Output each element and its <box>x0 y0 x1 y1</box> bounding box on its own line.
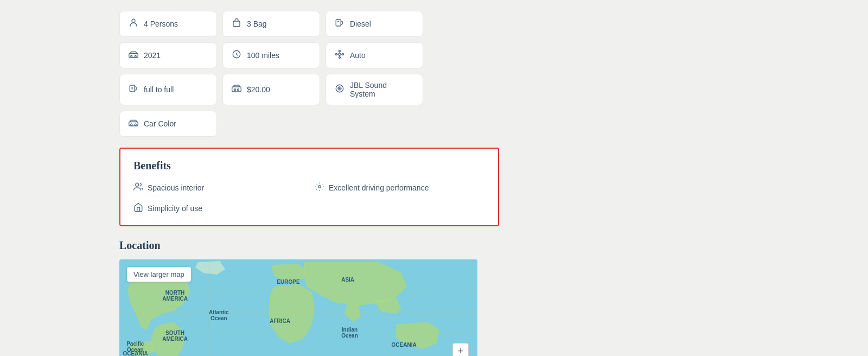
svg-rect-17 <box>130 85 135 92</box>
svg-rect-26 <box>129 122 138 126</box>
svg-point-6 <box>135 55 136 57</box>
year-icon <box>129 49 138 61</box>
miles-icon <box>232 49 241 61</box>
benefits-title: Benefits <box>133 160 485 172</box>
spec-sound: JBL Sound System <box>326 74 423 105</box>
bag-icon <box>232 18 241 30</box>
diesel-icon <box>335 18 344 30</box>
spec-year: 2021 <box>119 42 217 68</box>
spec-auto: Auto <box>326 42 423 68</box>
svg-point-0 <box>132 19 135 22</box>
location-title: Location <box>119 239 499 252</box>
spec-car-color-label: Car Color <box>144 119 176 128</box>
spec-persons-label: 4 Persons <box>144 20 178 28</box>
benefit-spacious-label: Spacious interior <box>148 183 204 192</box>
fuel-policy-icon <box>129 84 138 96</box>
benefit-spacious: Spacious interior <box>133 182 304 194</box>
svg-point-22 <box>238 89 239 91</box>
sound-icon <box>335 84 344 96</box>
spec-persons: 4 Persons <box>119 11 217 37</box>
benefit-driving-label: Excellent driving performance <box>329 183 429 192</box>
extra-fee-icon <box>232 84 241 96</box>
right-panel <box>515 0 868 356</box>
simplicity-icon <box>133 202 143 214</box>
svg-point-23 <box>336 85 343 92</box>
svg-rect-2 <box>336 20 341 26</box>
page-wrapper: 4 Persons 3 Bag Diesel 2021 <box>0 0 868 356</box>
benefit-simplicity-label: Simplicity of use <box>148 204 202 213</box>
svg-rect-20 <box>232 87 241 92</box>
spec-car-color: Car Color <box>119 111 217 137</box>
spacious-icon <box>133 182 143 194</box>
view-larger-map-button[interactable]: View larger map <box>127 267 191 282</box>
benefits-section: Benefits Spacious interior Excellent dri… <box>119 148 499 226</box>
benefit-simplicity: Simplicity of use <box>133 202 304 214</box>
benefit-driving: Excellent driving performance <box>315 182 485 194</box>
svg-point-10 <box>339 57 341 59</box>
svg-point-11 <box>336 54 337 55</box>
car-color-icon <box>129 118 138 130</box>
svg-point-24 <box>338 87 341 90</box>
svg-point-5 <box>131 55 132 57</box>
svg-rect-1 <box>233 21 240 27</box>
map-container: NORTHAMERICA AtlanticOcean SOUTHAMERICA … <box>119 259 477 356</box>
svg-point-29 <box>136 183 139 186</box>
spec-auto-label: Auto <box>350 51 366 60</box>
spec-diesel: Diesel <box>326 11 423 37</box>
spec-sound-label: JBL Sound System <box>350 81 414 98</box>
spec-miles: 100 miles <box>222 42 320 68</box>
svg-point-9 <box>339 50 341 52</box>
spec-fuel-policy: full to full <box>119 74 217 105</box>
svg-point-12 <box>342 54 344 55</box>
svg-point-30 <box>318 186 321 188</box>
svg-point-25 <box>339 88 340 89</box>
spec-fuel-policy-label: full to full <box>144 85 174 94</box>
spec-extra-fee-label: $20.00 <box>247 85 270 94</box>
location-section: Location <box>119 239 499 356</box>
spec-extra-fee: $20.00 <box>222 74 320 105</box>
svg-rect-4 <box>129 54 138 58</box>
spec-grid: 4 Persons 3 Bag Diesel 2021 <box>119 11 499 137</box>
spec-diesel-label: Diesel <box>350 20 371 28</box>
spec-bag-label: 3 Bag <box>247 20 267 28</box>
svg-point-28 <box>135 124 136 125</box>
svg-point-21 <box>234 89 236 91</box>
driving-icon <box>315 182 324 194</box>
benefits-grid: Spacious interior Excellent driving perf… <box>133 182 485 214</box>
svg-point-27 <box>131 124 132 125</box>
main-content: 4 Persons 3 Bag Diesel 2021 <box>0 0 515 356</box>
spec-miles-label: 100 miles <box>247 51 279 60</box>
svg-point-8 <box>339 53 341 56</box>
persons-icon <box>129 18 138 30</box>
map-zoom-plus-button[interactable]: + <box>452 343 469 356</box>
spec-year-label: 2021 <box>144 51 161 60</box>
auto-icon <box>335 49 344 61</box>
spec-bag: 3 Bag <box>222 11 320 37</box>
